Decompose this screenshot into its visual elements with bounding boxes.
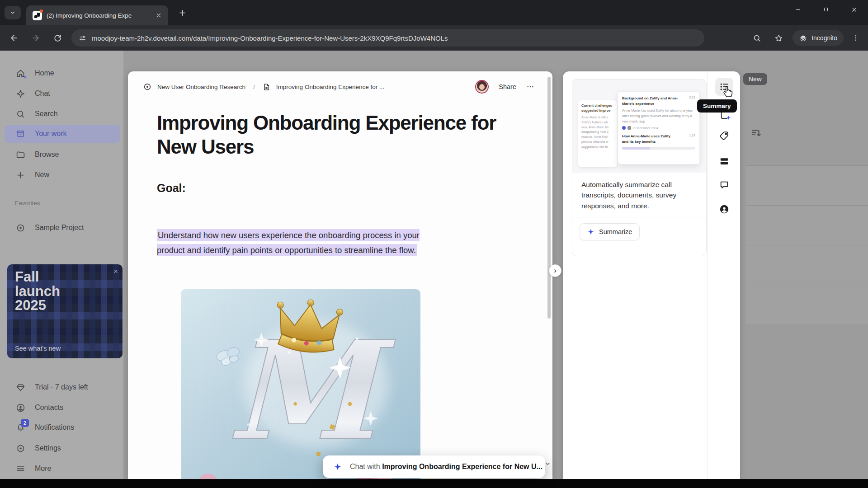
sidebar-item-contacts[interactable]: Contacts bbox=[5, 399, 120, 417]
search-tabs-icon[interactable] bbox=[749, 30, 764, 46]
sidebar-item-browse[interactable]: Browse bbox=[5, 145, 120, 164]
incognito-label: Incognito bbox=[811, 34, 837, 42]
search-icon bbox=[15, 108, 26, 119]
incognito-badge[interactable]: Incognito bbox=[793, 30, 844, 46]
summary-panel: Current challenges suggested improv Anne… bbox=[563, 71, 740, 479]
sort-icon bbox=[750, 127, 762, 139]
gem-icon bbox=[15, 382, 26, 393]
screen: (2) Improving Onboarding Expe bbox=[0, 0, 868, 488]
promo-close-icon[interactable]: × bbox=[113, 267, 118, 276]
page-title[interactable]: Improving Onboarding Experience for New … bbox=[157, 111, 519, 159]
summary-description: Automatically summarize call transcripts… bbox=[572, 173, 706, 217]
notification-dot-icon bbox=[40, 9, 43, 13]
chat-bar-text: Chat with Improving Onboarding Experienc… bbox=[350, 463, 542, 471]
tab-title: (2) Improving Onboarding Expe bbox=[47, 12, 154, 19]
reload-button[interactable] bbox=[50, 30, 65, 46]
sidebar-item-label: More bbox=[35, 465, 51, 473]
browser-menu-icon[interactable] bbox=[848, 30, 863, 46]
favorites-label: Favorites bbox=[15, 200, 40, 206]
comments-tab-button[interactable] bbox=[719, 180, 729, 190]
contacts-icon bbox=[15, 402, 26, 413]
fields-icon bbox=[719, 156, 729, 166]
more-lines-icon bbox=[15, 463, 26, 474]
sparkle-dot-icon bbox=[23, 75, 28, 80]
incognito-icon bbox=[799, 34, 807, 42]
sidebar-item-home[interactable]: Home bbox=[5, 64, 120, 82]
tab-close-icon[interactable] bbox=[154, 10, 164, 20]
taskbar-strip bbox=[0, 479, 868, 488]
sidebar-item-label: Home bbox=[35, 69, 54, 77]
plus-icon bbox=[15, 169, 26, 180]
calendar-icon bbox=[627, 126, 631, 130]
app-sidebar: Home Chat Search Your work Browse bbox=[0, 51, 123, 479]
sidebar-item-notifications[interactable]: 2 Notifications bbox=[5, 418, 120, 436]
home-icon bbox=[15, 68, 26, 79]
back-button[interactable] bbox=[6, 30, 22, 46]
project-target-icon bbox=[143, 83, 151, 91]
sidebar-item-new[interactable]: New bbox=[5, 166, 120, 184]
document-image[interactable]: M bbox=[181, 289, 420, 479]
site-info-icon[interactable] bbox=[79, 34, 86, 42]
people-tab-button[interactable] bbox=[719, 204, 729, 214]
doc-more-icon[interactable] bbox=[526, 83, 534, 91]
sidebar-item-label: Browse bbox=[35, 150, 59, 159]
summarize-button[interactable]: Summarize bbox=[580, 223, 640, 240]
preview-front-card: Background on Zotify and Anne-Marie's ex… bbox=[618, 91, 700, 164]
fields-tab-button[interactable] bbox=[719, 156, 729, 166]
sidebar-item-chat[interactable]: Chat bbox=[5, 84, 120, 103]
forward-button[interactable] bbox=[28, 30, 43, 46]
window-close-button[interactable] bbox=[840, 0, 868, 19]
sidebar-item-trial[interactable]: Trial · 7 days left bbox=[5, 378, 120, 396]
tab-search-button[interactable] bbox=[5, 6, 21, 19]
document-card: New User Onboarding Research / Improving… bbox=[128, 71, 552, 479]
highlighted-text[interactable]: Understand how new users experience the … bbox=[157, 229, 420, 256]
fall-launch-promo-card[interactable]: Fall launch 2025 × See what's new bbox=[7, 264, 123, 358]
sidebar-item-label: Contacts bbox=[35, 404, 63, 412]
sidebar-item-search[interactable]: Search bbox=[5, 105, 120, 123]
bookmark-star-icon[interactable] bbox=[771, 30, 786, 46]
comment-icon bbox=[719, 180, 729, 190]
browser-toolbar: moodjoy-team-2h2v.dovetail.com/data/Impr… bbox=[0, 25, 868, 51]
person-icon bbox=[719, 204, 729, 214]
panel-collapse-button[interactable]: › bbox=[549, 264, 561, 277]
avatar[interactable] bbox=[475, 80, 489, 94]
breadcrumb-separator: / bbox=[253, 84, 255, 90]
background-table-rows bbox=[746, 165, 868, 324]
window-controls bbox=[784, 0, 868, 19]
folder-icon bbox=[15, 149, 26, 160]
new-feature-badge: New bbox=[743, 73, 767, 85]
sidebar-item-sample-project[interactable]: Sample Project bbox=[5, 219, 120, 237]
mouse-cursor-icon bbox=[722, 85, 735, 98]
tags-tab-button[interactable] bbox=[719, 131, 729, 141]
gear-icon bbox=[15, 443, 26, 454]
chat-doc-name: Improving Onboarding Experience for New … bbox=[382, 463, 542, 470]
promo-link[interactable]: See what's new bbox=[15, 345, 61, 352]
browser-tabstrip: (2) Improving Onboarding Expe bbox=[0, 0, 868, 25]
blurred-text-bar bbox=[622, 147, 695, 150]
chevron-down-icon bbox=[9, 9, 16, 16]
sparkle-icon bbox=[334, 463, 342, 471]
new-tab-button[interactable] bbox=[175, 6, 189, 19]
share-button[interactable]: Share bbox=[499, 83, 516, 90]
document-scrollbar[interactable] bbox=[547, 77, 551, 319]
breadcrumb-project[interactable]: New User Onboarding Research bbox=[157, 84, 245, 90]
browser-tab[interactable]: (2) Improving Onboarding Expe bbox=[26, 5, 168, 25]
preview-back-card: Current challenges suggested improv Anne… bbox=[578, 100, 617, 167]
address-bar[interactable]: moodjoy-team-2h2v.dovetail.com/data/Impr… bbox=[71, 29, 704, 47]
sidebar-item-more[interactable]: More bbox=[5, 460, 120, 478]
breadcrumb-doc[interactable]: Improving Onboarding Experience for ... bbox=[276, 84, 384, 90]
window-maximize-button[interactable] bbox=[812, 0, 840, 19]
window-minimize-button[interactable] bbox=[784, 0, 812, 19]
goal-paragraph[interactable]: Understand how new users experience the … bbox=[157, 228, 430, 258]
panel-icon-rail bbox=[708, 71, 740, 479]
document-icon bbox=[263, 83, 270, 91]
sidebar-item-settings[interactable]: Settings bbox=[5, 439, 120, 457]
summary-feature-card: Current challenges suggested improv Anne… bbox=[572, 79, 707, 256]
sparkle-dot-icon bbox=[726, 115, 731, 120]
goal-heading[interactable]: Goal: bbox=[157, 182, 186, 195]
summary-preview-graphic: Current challenges suggested improv Anne… bbox=[572, 80, 706, 173]
dovetail-favicon-icon bbox=[33, 11, 42, 20]
sidebar-item-your-work[interactable]: Your work bbox=[5, 125, 120, 143]
chat-with-doc-bar[interactable]: Chat with Improving Onboarding Experienc… bbox=[323, 455, 545, 478]
url-text[interactable]: moodjoy-team-2h2v.dovetail.com/data/Impr… bbox=[92, 34, 448, 42]
